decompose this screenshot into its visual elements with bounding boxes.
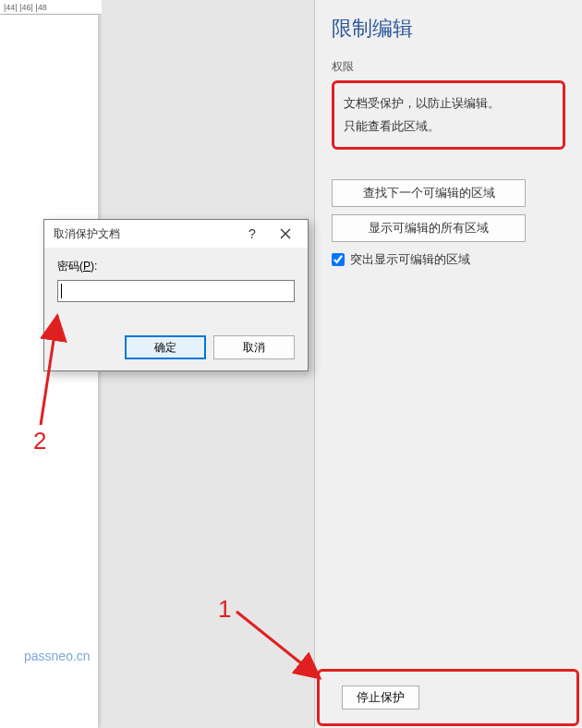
document-page[interactable]	[0, 15, 98, 728]
close-icon[interactable]	[269, 221, 302, 247]
annotation-number-1: 1	[218, 595, 231, 624]
highlight-editable-row[interactable]: 突出显示可编辑的区域	[332, 251, 565, 268]
protection-info-box: 文档受保护，以防止误编辑。 只能查看此区域。	[332, 80, 565, 150]
ok-button[interactable]: 确定	[125, 335, 206, 359]
help-icon[interactable]: ?	[236, 221, 269, 247]
permissions-label: 权限	[332, 59, 565, 75]
watermark: passneo.cn	[24, 649, 91, 663]
dialog-buttons: 确定 取消	[44, 335, 308, 359]
stop-protection-button[interactable]: 停止保护	[342, 686, 419, 710]
highlight-editable-checkbox[interactable]	[332, 253, 345, 266]
info-line-2: 只能查看此区域。	[344, 115, 553, 139]
unprotect-dialog: 取消保护文档 ? 密码(P): 确定 取消	[43, 219, 309, 371]
password-label: 密码(P):	[57, 259, 295, 274]
dialog-titlebar[interactable]: 取消保护文档 ?	[44, 220, 308, 248]
find-next-editable-button[interactable]: 查找下一个可编辑的区域	[332, 179, 526, 207]
ruler-marks: |44| |46| |48	[4, 3, 47, 12]
restrict-editing-panel: 限制编辑 权限 文档受保护，以防止误编辑。 只能查看此区域。 查找下一个可编辑的…	[314, 0, 582, 728]
annotation-number-2: 2	[33, 427, 46, 455]
password-input[interactable]	[57, 280, 295, 302]
stop-protection-area: 停止保护	[317, 669, 579, 726]
text-cursor	[61, 284, 62, 298]
panel-title: 限制编辑	[332, 15, 565, 42]
dialog-title: 取消保护文档	[54, 226, 236, 242]
info-line-1: 文档受保护，以防止误编辑。	[344, 92, 553, 115]
cancel-button[interactable]: 取消	[213, 335, 295, 359]
highlight-editable-label: 突出显示可编辑的区域	[350, 251, 470, 268]
dialog-body: 密码(P):	[44, 248, 308, 313]
ruler: |44| |46| |48	[0, 0, 102, 15]
svg-line-1	[236, 612, 320, 678]
show-all-editable-button[interactable]: 显示可编辑的所有区域	[332, 214, 526, 242]
